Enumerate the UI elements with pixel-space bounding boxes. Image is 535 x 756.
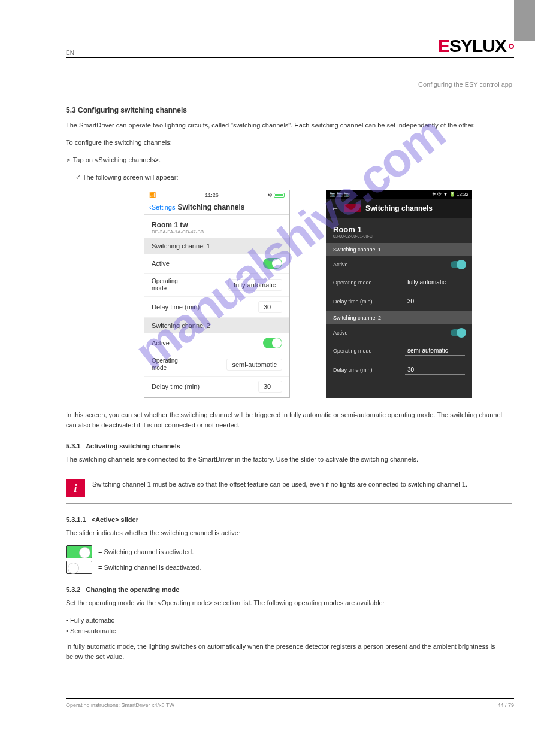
page-footer: Operating instructions: SmartDriver x4/x… — [66, 698, 514, 708]
android-ch1-active-label: Active — [333, 262, 348, 268]
page-subtitle: Configuring the ESY control app — [66, 81, 512, 88]
sub3-title: Changing the operating mode — [86, 586, 180, 593]
android-ch1-active-row: Active — [326, 256, 472, 273]
ios-ch2-active-label: Active — [152, 339, 170, 347]
ios-ch1-header: Switching channel 1 — [144, 238, 289, 254]
android-ch2-active-label: Active — [333, 330, 348, 336]
opmode-bullets: Fully automatic Semi-automatic — [66, 615, 512, 636]
ios-ch2-opmode-label: Operating mode — [152, 357, 178, 372]
steps-intro: To configure the switching channels: — [66, 138, 512, 148]
android-nav: ← Switching channels — [326, 199, 472, 218]
ios-ch1-active-row: Active — [144, 254, 289, 274]
ios-ch2-delay-row: Delay time (min) 30 — [144, 377, 289, 397]
bullet-full-auto: Fully automatic — [66, 615, 512, 626]
sub2-num: 5.3.1.1 — [66, 516, 86, 523]
ios-ch2-opmode-select[interactable]: semi-automatic — [226, 359, 282, 371]
section-heading: 5.3 Configuring switching channels — [66, 106, 512, 114]
footer-right: 44 / 79 — [497, 702, 514, 708]
android-ch1-delay-field[interactable]: 30 — [405, 297, 465, 306]
toggle-off-text: = Switching channel is deactivated. — [98, 564, 201, 571]
sub3-intro: Set the operating mode via the <Operatin… — [66, 598, 512, 608]
ios-ch1-opmode-row: Operating mode fully automatic — [144, 274, 289, 297]
android-nav-title: Switching channels — [365, 204, 433, 212]
ios-back-label: Settings — [152, 204, 176, 211]
android-ch2-delay-label: Delay time (min) — [333, 367, 373, 373]
info-callout: i Switching channel 1 must be active so … — [66, 473, 512, 504]
android-ch1-active-toggle[interactable] — [451, 261, 465, 268]
android-ch2-delay-field[interactable]: 30 — [405, 365, 465, 375]
android-ch2-header: Switching channel 2 — [326, 311, 472, 324]
ios-ch1-opmode-select[interactable]: fully automatic — [228, 279, 282, 291]
android-room-id: 03-00-02-00-01-00-CF — [333, 234, 465, 238]
content: Configuring the ESY control app 5.3 Conf… — [66, 81, 512, 669]
android-ch2-opmode-row: Operating mode semi-automatic — [326, 341, 472, 360]
screenshots-row: 📶 11:26 ✻ ‹ Settings Switching channels … — [144, 190, 512, 398]
android-ch1-delay-label: Delay time (min) — [333, 299, 373, 305]
ios-room-id: DE-3A-FA-1A-CB-47-BB — [152, 229, 282, 235]
footer-left: Operating instructions: SmartDriver x4/x… — [66, 702, 174, 708]
android-ch2-active-row: Active — [326, 324, 472, 341]
intro-paragraph: The SmartDriver can operate two lighting… — [66, 120, 512, 130]
info-icon: i — [66, 479, 85, 497]
ios-nav: ‹ Settings Switching channels — [144, 200, 289, 215]
ios-ch2-opmode-row: Operating mode semi-automatic — [144, 353, 289, 377]
ios-ch1-delay-row: Delay time (min) 30 — [144, 297, 289, 318]
android-back-button[interactable]: ← — [331, 204, 339, 213]
ios-ch1-active-toggle[interactable] — [263, 258, 282, 269]
ios-ch2-delay-label: Delay time (min) — [152, 383, 200, 390]
info-text: Switching channel 1 must be active so th… — [92, 479, 467, 490]
sub3-text2: In fully automatic mode, the lighting sw… — [66, 642, 512, 662]
ios-ch1-delay-field[interactable]: 30 — [258, 301, 282, 313]
logo-text: SYLUX — [449, 36, 506, 56]
header-lang: EN — [66, 50, 74, 56]
android-ch2-delay-row: Delay time (min) 30 — [326, 360, 472, 379]
android-ch1-header: Switching channel 1 — [326, 243, 472, 256]
ios-room-name: Room 1 tw — [152, 221, 282, 229]
android-screenshot: 📷 📷 📷 ✻ ⟳ ▼ 🔋 13:22 ← Switching channels… — [326, 190, 472, 398]
section-num: 5.3 — [66, 106, 76, 114]
explain-paragraph: In this screen, you can set whether the … — [66, 410, 512, 430]
android-ch2-opmode-label: Operating mode — [333, 348, 372, 354]
android-ch2-opmode-select[interactable]: semi-automatic — [405, 346, 465, 356]
sub1-num: 5.3.1 — [66, 442, 80, 450]
android-room-name: Room 1 — [333, 225, 465, 234]
ios-ch2-active-toggle[interactable] — [263, 338, 282, 348]
android-status-left: 📷 📷 📷 — [330, 192, 350, 197]
toggle-on-example: = Switching channel is activated. — [66, 545, 512, 558]
ios-ch2-delay-field[interactable]: 30 — [258, 381, 282, 393]
android-ch1-opmode-label: Operating mode — [333, 280, 372, 286]
android-statusbar: 📷 📷 📷 ✻ ⟳ ▼ 🔋 13:22 — [326, 190, 472, 199]
bullet-semi-auto: Semi-automatic — [66, 626, 512, 637]
battery-icon — [274, 193, 285, 198]
android-status-right: ✻ ⟳ ▼ 🔋 13:22 — [432, 192, 468, 197]
sub2-intro: The slider indicates whether the switchi… — [66, 528, 512, 538]
toggle-on-text: = Switching channel is activated. — [98, 548, 194, 555]
step-1: ➣ Tap on <Switching channels>. — [66, 155, 512, 165]
subsection-activating: 5.3.1 Activating switching channels — [66, 442, 512, 450]
ios-statusbar: 📶 11:26 ✻ — [144, 190, 289, 200]
android-room-header: Room 1 03-00-02-00-01-00-CF — [326, 218, 472, 243]
subsection-opmode: 5.3.2 Changing the operating mode — [66, 586, 512, 593]
toggle-off-example: = Switching channel is deactivated. — [66, 561, 512, 574]
sub2-title: <Active> slider — [92, 516, 138, 523]
ios-nav-title: Switching channels — [177, 203, 244, 211]
ios-screenshot: 📶 11:26 ✻ ‹ Settings Switching channels … — [144, 190, 290, 398]
ios-room-header: Room 1 tw DE-3A-FA-1A-CB-47-BB — [144, 215, 289, 238]
sub3-num: 5.3.2 — [66, 586, 80, 593]
section-title-text: Configuring switching channels — [78, 106, 187, 114]
android-ch1-opmode-select[interactable]: fully automatic — [405, 278, 465, 287]
ios-time: 11:26 — [205, 192, 219, 198]
logo-accent: E — [438, 36, 449, 56]
toggle-on-icon — [66, 545, 92, 558]
ios-ch1-active-label: Active — [152, 260, 170, 267]
android-ch1-opmode-row: Operating mode fully automatic — [326, 273, 472, 292]
android-ch2-active-toggle[interactable] — [451, 329, 465, 336]
page-header: EN ESYLUX — [66, 36, 514, 58]
page-edge-tab — [514, 0, 535, 41]
logo: ESYLUX — [438, 36, 514, 56]
sub1-title: Activating switching channels — [86, 442, 180, 450]
ios-back-button[interactable]: ‹ Settings — [149, 204, 175, 211]
subsection-slider: 5.3.1.1 <Active> slider — [66, 516, 512, 523]
ios-ch2-active-row: Active — [144, 333, 289, 353]
wifi-icon: 📶 — [149, 192, 156, 198]
